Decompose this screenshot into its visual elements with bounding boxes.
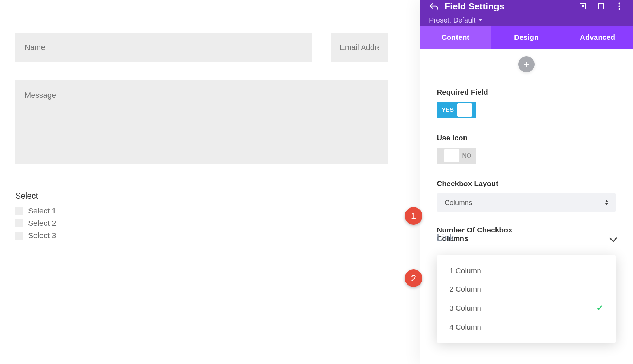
checkbox-layout-label: Checkbox Layout bbox=[437, 179, 616, 188]
tab-advanced[interactable]: Advanced bbox=[562, 26, 633, 49]
preset-label: Preset: Default bbox=[429, 16, 475, 24]
more-icon[interactable] bbox=[615, 2, 624, 11]
panel-title: Field Settings bbox=[445, 1, 504, 12]
checkbox-icon[interactable] bbox=[15, 219, 23, 227]
message-input[interactable] bbox=[15, 80, 388, 164]
layout-icon[interactable] bbox=[596, 2, 606, 11]
settings-panel: Field Settings bbox=[420, 0, 633, 364]
required-field-label: Required Field bbox=[437, 88, 616, 96]
panel-header: Field Settings bbox=[420, 0, 633, 26]
checkbox-list: Select 1 Select 2 Select 3 bbox=[15, 206, 388, 240]
option-label: 2 Column bbox=[449, 285, 481, 293]
svg-point-4 bbox=[619, 3, 620, 5]
toggle-text: YES bbox=[438, 107, 457, 114]
back-icon[interactable] bbox=[429, 2, 438, 11]
option-label: 3 Column bbox=[449, 304, 481, 312]
checkbox-option[interactable]: Select 1 bbox=[15, 206, 388, 216]
checkbox-layout-select[interactable]: Columns bbox=[437, 193, 616, 212]
column-option-3[interactable]: 3 Column ✓ bbox=[437, 298, 616, 318]
chevron-down-icon bbox=[478, 19, 482, 21]
select-field-label: Select bbox=[15, 191, 388, 201]
plus-icon: + bbox=[523, 58, 530, 70]
name-input[interactable] bbox=[15, 33, 312, 62]
tab-content[interactable]: Content bbox=[420, 26, 491, 49]
checkbox-option[interactable]: Select 2 bbox=[15, 219, 388, 228]
svg-rect-1 bbox=[582, 5, 584, 7]
svg-point-5 bbox=[619, 6, 620, 7]
checkbox-icon[interactable] bbox=[15, 232, 23, 240]
use-icon-label: Use Icon bbox=[437, 134, 616, 142]
select-value: Columns bbox=[445, 199, 472, 207]
checkbox-option[interactable]: Select 3 bbox=[15, 231, 388, 240]
column-option-2[interactable]: 2 Column bbox=[437, 280, 616, 298]
checkbox-label: Select 1 bbox=[28, 206, 56, 216]
option-label: 4 Column bbox=[449, 323, 481, 331]
form-preview: Select Select 1 Select 2 Select 3 bbox=[0, 0, 420, 364]
link-section[interactable]: Link bbox=[437, 232, 616, 243]
email-input[interactable] bbox=[331, 33, 388, 62]
panel-body: + Required Field YES Use Icon NO Checkbo… bbox=[420, 49, 633, 248]
num-columns-dropdown: 1 Column 2 Column 3 Column ✓ 4 Column bbox=[437, 255, 616, 343]
column-option-4[interactable]: 4 Column bbox=[437, 318, 616, 336]
fullscreen-icon[interactable] bbox=[578, 2, 587, 11]
svg-point-6 bbox=[619, 8, 620, 10]
checkbox-label: Select 3 bbox=[28, 231, 56, 240]
use-icon-toggle[interactable]: NO bbox=[437, 148, 476, 164]
preset-dropdown[interactable]: Preset: Default bbox=[429, 16, 624, 24]
tab-design[interactable]: Design bbox=[491, 26, 562, 49]
toggle-text: NO bbox=[459, 152, 475, 159]
select-arrows-icon bbox=[605, 200, 608, 205]
annotation-marker-1: 1 bbox=[405, 207, 422, 225]
checkbox-icon[interactable] bbox=[15, 207, 23, 215]
option-label: 1 Column bbox=[449, 267, 481, 275]
add-button[interactable]: + bbox=[518, 56, 535, 72]
required-field-toggle[interactable]: YES bbox=[437, 102, 476, 118]
tabs: Content Design Advanced bbox=[420, 26, 633, 49]
form-row-top bbox=[15, 33, 388, 62]
checkbox-label: Select 2 bbox=[28, 219, 56, 228]
annotation-marker-2: 2 bbox=[405, 269, 422, 287]
chevron-down-icon bbox=[609, 234, 618, 242]
column-option-1[interactable]: 1 Column bbox=[437, 262, 616, 280]
toggle-knob bbox=[444, 149, 459, 162]
check-icon: ✓ bbox=[596, 303, 603, 313]
link-label: Link bbox=[437, 232, 454, 243]
toggle-knob bbox=[457, 103, 472, 117]
